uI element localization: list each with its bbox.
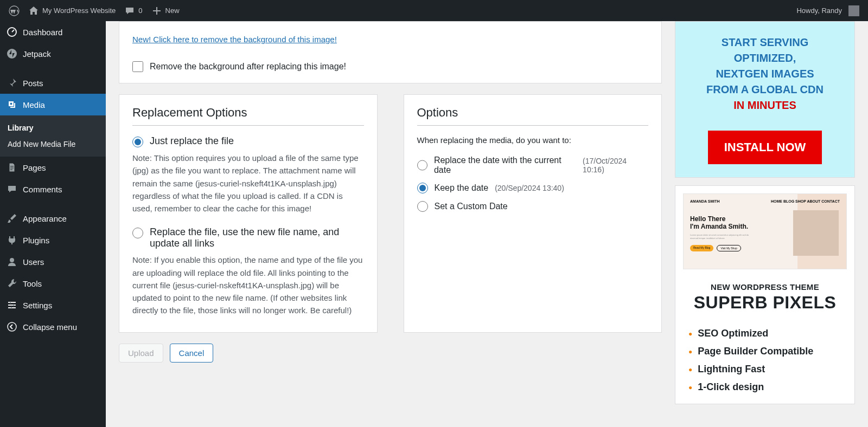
date-options-panel: Options When replacing the media, do you… [404,94,662,333]
sidebar-item-label: Appearance [23,214,67,223]
sidebar-item-posts[interactable]: Posts [0,72,106,94]
plus-icon [151,5,162,16]
remove-bg-link[interactable]: New! Click here to remove the background… [132,35,337,44]
submenu-add-new[interactable]: Add New Media File [0,136,106,152]
date-option-custom[interactable]: Set a Custom Date [417,201,508,212]
comments-link[interactable]: 0 [120,0,146,21]
sidebar-item-label: Dashboard [23,28,62,37]
shot-photo [793,210,839,256]
date-option-replace[interactable]: Replace the date with the current date [417,156,577,175]
sidebar-item-label: Tools [23,279,42,288]
sidebar-item-users[interactable]: Users [0,251,106,273]
brush-icon [7,213,17,224]
sidebar-item-appearance[interactable]: Appearance [0,208,106,229]
svg-point-5 [10,302,11,303]
pages-icon [7,162,17,173]
promo-line: NEXTGEN IMAGES [688,66,841,82]
shot-button: Visit My Shop [717,245,741,251]
theme-feature: Lightning Fast [683,360,847,378]
promo-line: FROM A GLOBAL CDN [688,82,841,98]
option-label: Replace the date with the current date [434,156,576,175]
sidebar-item-label: Jetpack [23,49,51,59]
background-removal-box: New! Click here to remove the background… [119,21,662,83]
sidebar-item-pages[interactable]: Pages [0,157,106,178]
wordpress-icon [9,5,20,16]
sidebar-item-media[interactable]: Media [0,94,106,115]
sidebar-item-dashboard[interactable]: Dashboard [0,21,106,43]
remove-bg-checkbox-row[interactable]: Remove the background after replacing th… [132,61,648,72]
remove-bg-checkbox[interactable] [132,61,143,72]
options-intro: When replacing the media, do you want to… [417,135,649,145]
install-now-button[interactable]: INSTALL NOW [708,131,822,164]
option-note: Note: If you enable this option, the nam… [132,254,364,316]
sidebar-item-jetpack[interactable]: Jetpack [0,43,106,64]
replace-option-new-name[interactable]: Replace the file, use the new file name,… [132,227,364,249]
my-account-link[interactable]: Howdy, Randy [792,0,864,21]
option-label: Just replace the file [150,135,234,147]
radio-custom-date[interactable] [417,201,428,212]
avatar [848,5,859,16]
radio-replace-date[interactable] [417,160,427,171]
collapse-menu[interactable]: Collapse menu [0,316,106,338]
sidebar-item-label: Plugins [23,236,49,245]
theme-screenshot: AMANDA SMITH HOME BLOG SHOP ABOUT CONTAC… [683,193,847,269]
date-option-keep[interactable]: Keep the date [417,183,489,193]
replacement-options-panel: Replacement Options Just replace the fil… [119,94,378,333]
main-content: New! Click here to remove the background… [106,21,868,427]
shot-lorem: Lorem ipsum dolor sit amet consectetur a… [690,234,755,240]
greeting: Howdy, Randy [796,7,842,15]
shot-nav: HOME BLOG SHOP ABOUT CONTACT [771,199,840,203]
media-submenu: Library Add New Media File [0,115,106,157]
sidebar-item-label: Posts [23,79,43,88]
radio-new-name[interactable] [132,228,143,238]
theme-feature: Page Builder Compatible [683,342,847,360]
date-value: (20/Sep/2024 13:40) [495,184,564,192]
admin-sidebar: Dashboard Jetpack Posts Media Library Ad… [0,21,106,427]
cancel-button[interactable]: Cancel [170,344,214,363]
upload-button[interactable]: Upload [119,344,163,363]
date-value: (17/Oct/2024 10:16) [583,157,648,174]
sidebar-item-label: Pages [23,163,46,172]
remove-bg-label: Remove the background after replacing th… [150,62,346,72]
sidebar-item-label: Comments [23,185,62,194]
cdn-promo: START SERVING OPTIMIZED, NEXTGEN IMAGES … [675,21,855,178]
replace-option-just-replace[interactable]: Just replace the file [132,135,364,147]
panel-heading: Replacement Options [132,106,364,126]
new-label: New [165,7,180,15]
radio-keep-date[interactable] [417,183,428,193]
collapse-label: Collapse menu [23,322,77,332]
submenu-library[interactable]: Library [0,120,106,136]
vertical-scrollbar[interactable]: ▲ [858,0,868,427]
promo-line: OPTIMIZED, [688,50,841,66]
option-note: Note: This option requires you to upload… [132,152,364,215]
pin-icon [7,77,17,88]
plug-icon [7,235,17,245]
sidebar-item-tools[interactable]: Tools [0,273,106,294]
comments-icon [7,184,17,195]
jetpack-icon [7,48,17,59]
shot-brand: AMANDA SMITH [690,199,720,203]
sidebar-item-plugins[interactable]: Plugins [0,229,106,251]
site-home-link[interactable]: My WordPress Website [24,0,120,21]
theme-tagline: NEW WORDPRESS THEME [683,282,847,292]
action-buttons: Upload Cancel [119,344,662,363]
promo-line: START SERVING [688,35,841,50]
svg-point-8 [8,322,16,331]
theme-promo: AMANDA SMITH HOME BLOG SHOP ABOUT CONTAC… [675,185,855,404]
new-content-link[interactable]: New [147,0,184,21]
comments-count: 0 [138,7,142,15]
user-icon [7,256,17,267]
sidebar-item-settings[interactable]: Settings [0,294,106,316]
svg-point-2 [7,49,17,59]
wp-logo[interactable] [4,0,24,21]
svg-point-6 [13,305,15,306]
collapse-icon [7,321,17,332]
option-label: Set a Custom Date [435,202,508,211]
svg-point-3 [10,103,12,105]
sidebar-item-comments[interactable]: Comments [0,178,106,200]
theme-name: SUPERB PIXELS [683,293,847,313]
radio-just-replace[interactable] [132,137,143,147]
sliders-icon [7,300,17,310]
sidebar-item-label: Settings [23,301,52,310]
shot-button: Read My Blog [690,245,713,251]
